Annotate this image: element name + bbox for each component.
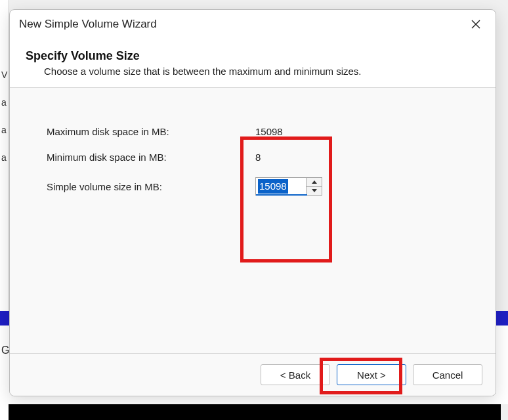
cancel-button[interactable]: Cancel xyxy=(413,364,482,385)
page-subtitle: Choose a volume size that is between the… xyxy=(44,66,480,77)
wizard-footer: < Back Next > Cancel xyxy=(10,353,496,396)
back-button[interactable]: < Back xyxy=(261,364,330,385)
close-icon xyxy=(471,20,480,29)
volume-size-input[interactable]: 15098 xyxy=(256,178,306,195)
chevron-up-icon xyxy=(312,180,317,184)
max-disk-space-row: Maximum disk space in MB: 15098 xyxy=(47,126,469,137)
volume-size-spinner[interactable]: 15098 xyxy=(255,177,322,196)
spinner-down-button[interactable] xyxy=(307,187,322,196)
window-title: New Simple Volume Wizard xyxy=(19,18,157,31)
chevron-down-icon xyxy=(312,189,317,192)
svg-marker-2 xyxy=(312,180,317,184)
titlebar: New Simple Volume Wizard xyxy=(10,10,496,39)
max-disk-space-label: Maximum disk space in MB: xyxy=(47,126,255,137)
background-black-bar xyxy=(9,404,501,420)
min-disk-space-row: Minimum disk space in MB: 8 xyxy=(47,152,469,163)
volume-size-row: Simple volume size in MB: 15098 xyxy=(47,177,469,196)
min-disk-space-label: Minimum disk space in MB: xyxy=(47,152,255,163)
volume-size-label: Simple volume size in MB: xyxy=(47,181,255,192)
next-button[interactable]: Next > xyxy=(337,364,406,385)
max-disk-space-value: 15098 xyxy=(255,126,283,137)
wizard-header: Specify Volume Size Choose a volume size… xyxy=(10,39,496,88)
wizard-content: Maximum disk space in MB: 15098 Minimum … xyxy=(10,88,496,353)
svg-marker-3 xyxy=(312,189,317,192)
page-title: Specify Volume Size xyxy=(26,49,480,63)
wizard-dialog: New Simple Volume Wizard Specify Volume … xyxy=(9,9,496,396)
spinner-buttons xyxy=(306,178,322,195)
close-button[interactable] xyxy=(465,15,486,33)
spinner-up-button[interactable] xyxy=(307,178,322,187)
min-disk-space-value: 8 xyxy=(255,152,261,163)
volume-size-value-selected: 15098 xyxy=(258,179,288,194)
